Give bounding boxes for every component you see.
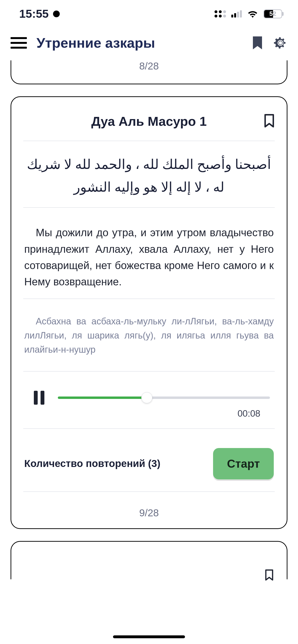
divider: [23, 428, 275, 429]
repetitions-row: Количество повторений (3) Старт: [23, 436, 275, 492]
battery-percent-text: 52: [264, 10, 281, 18]
location-indicator-dot: [53, 10, 60, 17]
card-title: Дуа Аль Масуро 1: [91, 114, 207, 129]
audio-player: [23, 379, 275, 407]
menu-icon[interactable]: [11, 37, 27, 49]
azkar-card: Дуа Аль Масуро 1 أصبحنا وأصبح الملك لله …: [11, 96, 287, 529]
audio-time-label: 00:08: [23, 407, 275, 428]
next-card-stub: [11, 541, 287, 579]
home-indicator[interactable]: [113, 636, 185, 638]
divider: [23, 371, 275, 372]
scroll-area[interactable]: 8/28 Дуа Аль Масуро 1 أصبحنا وأصبح الملك…: [0, 60, 298, 579]
card-counter: 9/28: [23, 499, 275, 519]
start-button[interactable]: Старт: [213, 448, 274, 480]
bookmark-toggle-icon[interactable]: [264, 569, 275, 582]
translation-text: Мы дожили до утра, и этим утром владычес…: [23, 215, 275, 298]
card-header: Дуа Аль Масуро 1: [23, 114, 275, 129]
settings-icon[interactable]: [273, 36, 287, 50]
audio-seek-thumb[interactable]: [141, 392, 152, 403]
prev-card-counter: 8/28: [139, 60, 159, 72]
header-actions: [252, 36, 287, 50]
pause-button[interactable]: [34, 391, 44, 405]
page-title: Утренние азкары: [37, 35, 242, 51]
bookmark-toggle-icon[interactable]: [264, 114, 275, 129]
status-time: 15:55: [19, 7, 49, 20]
arabic-text: أصبحنا وأصبح الملك لله ، والحمد لله لا ش…: [23, 151, 275, 207]
status-left: 15:55: [19, 7, 60, 20]
signal-dots-icon: [215, 10, 226, 18]
transliteration-text: Асбахна ва асбаха-ль-мульку ли-лЛягьи, в…: [23, 306, 275, 371]
prev-card-stub: 8/28: [11, 60, 287, 84]
battery-icon: 52: [263, 9, 284, 18]
repetitions-label: Количество повторений (3): [24, 458, 160, 469]
divider: [23, 492, 275, 492]
wifi-icon: [247, 10, 258, 18]
audio-seek-slider[interactable]: [58, 393, 270, 402]
app-header: Утренние азкары: [0, 25, 298, 60]
signal-bars-icon: [231, 10, 242, 18]
divider: [23, 141, 275, 141]
status-bar: 15:55 52: [0, 0, 298, 25]
bookmarks-icon[interactable]: [252, 36, 263, 50]
audio-progress-fill: [58, 396, 147, 399]
divider: [23, 298, 275, 299]
divider: [23, 207, 275, 208]
status-right: 52: [215, 9, 284, 18]
